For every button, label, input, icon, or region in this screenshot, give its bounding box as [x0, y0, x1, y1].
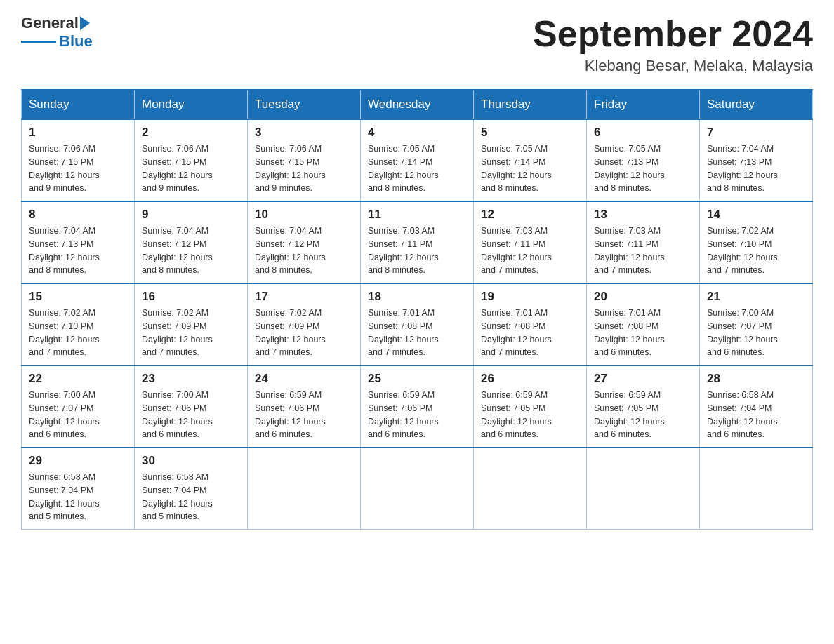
day-info: Sunrise: 6:58 AM Sunset: 7:04 PM Dayligh…	[142, 471, 240, 523]
calendar-cell-w5-d7	[700, 448, 813, 530]
calendar-cell-w2-d5: 12 Sunrise: 7:03 AM Sunset: 7:11 PM Dayl…	[474, 201, 587, 283]
day-number: 5	[481, 126, 579, 140]
calendar-week-5: 29 Sunrise: 6:58 AM Sunset: 7:04 PM Dayl…	[22, 448, 813, 530]
day-info: Sunrise: 7:02 AM Sunset: 7:09 PM Dayligh…	[255, 307, 353, 359]
calendar-week-2: 8 Sunrise: 7:04 AM Sunset: 7:13 PM Dayli…	[22, 201, 813, 283]
day-info: Sunrise: 7:00 AM Sunset: 7:07 PM Dayligh…	[29, 389, 127, 441]
calendar-week-1: 1 Sunrise: 7:06 AM Sunset: 7:15 PM Dayli…	[22, 119, 813, 201]
day-info: Sunrise: 7:03 AM Sunset: 7:11 PM Dayligh…	[594, 224, 692, 277]
calendar-cell-w3-d6: 20 Sunrise: 7:01 AM Sunset: 7:08 PM Dayl…	[587, 283, 700, 365]
month-title: September 2024	[533, 14, 813, 54]
logo-text-blue: Blue	[59, 32, 93, 51]
day-info: Sunrise: 7:05 AM Sunset: 7:13 PM Dayligh…	[594, 142, 692, 195]
calendar-cell-w5-d4	[361, 448, 474, 530]
day-info: Sunrise: 7:00 AM Sunset: 7:06 PM Dayligh…	[142, 389, 240, 441]
calendar-cell-w4-d5: 26 Sunrise: 6:59 AM Sunset: 7:05 PM Dayl…	[474, 365, 587, 448]
day-number: 8	[29, 208, 127, 222]
calendar-cell-w3-d2: 16 Sunrise: 7:02 AM Sunset: 7:09 PM Dayl…	[135, 283, 248, 365]
day-info: Sunrise: 7:04 AM Sunset: 7:13 PM Dayligh…	[707, 142, 805, 195]
header-monday: Monday	[135, 90, 248, 119]
day-number: 15	[29, 290, 127, 304]
logo: General Blue	[21, 14, 93, 51]
day-info: Sunrise: 6:59 AM Sunset: 7:06 PM Dayligh…	[255, 389, 353, 441]
calendar-cell-w3-d4: 18 Sunrise: 7:01 AM Sunset: 7:08 PM Dayl…	[361, 283, 474, 365]
day-number: 29	[29, 454, 127, 468]
calendar-cell-w3-d5: 19 Sunrise: 7:01 AM Sunset: 7:08 PM Dayl…	[474, 283, 587, 365]
day-number: 2	[142, 126, 240, 140]
day-number: 30	[142, 454, 240, 468]
calendar-cell-w2-d2: 9 Sunrise: 7:04 AM Sunset: 7:12 PM Dayli…	[135, 201, 248, 283]
calendar-cell-w2-d4: 11 Sunrise: 7:03 AM Sunset: 7:11 PM Dayl…	[361, 201, 474, 283]
header-thursday: Thursday	[474, 90, 587, 119]
day-number: 22	[29, 372, 127, 386]
day-info: Sunrise: 7:01 AM Sunset: 7:08 PM Dayligh…	[368, 307, 466, 359]
calendar-week-4: 22 Sunrise: 7:00 AM Sunset: 7:07 PM Dayl…	[22, 365, 813, 448]
day-number: 14	[707, 208, 805, 222]
day-number: 25	[368, 372, 466, 386]
calendar-cell-w5-d2: 30 Sunrise: 6:58 AM Sunset: 7:04 PM Dayl…	[135, 448, 248, 530]
day-number: 27	[594, 372, 692, 386]
day-info: Sunrise: 6:58 AM Sunset: 7:04 PM Dayligh…	[29, 471, 127, 523]
header-friday: Friday	[587, 90, 700, 119]
calendar-cell-w5-d1: 29 Sunrise: 6:58 AM Sunset: 7:04 PM Dayl…	[22, 448, 135, 530]
day-number: 12	[481, 208, 579, 222]
calendar-cell-w5-d5	[474, 448, 587, 530]
header-saturday: Saturday	[700, 90, 813, 119]
day-info: Sunrise: 7:06 AM Sunset: 7:15 PM Dayligh…	[142, 142, 240, 195]
day-info: Sunrise: 7:06 AM Sunset: 7:15 PM Dayligh…	[255, 142, 353, 195]
day-number: 26	[481, 372, 579, 386]
day-number: 4	[368, 126, 466, 140]
calendar-cell-w5-d6	[587, 448, 700, 530]
day-info: Sunrise: 7:02 AM Sunset: 7:10 PM Dayligh…	[707, 224, 805, 277]
day-number: 11	[368, 208, 466, 222]
logo-triangle-icon	[80, 16, 90, 30]
calendar-cell-w4-d1: 22 Sunrise: 7:00 AM Sunset: 7:07 PM Dayl…	[22, 365, 135, 448]
calendar-cell-w1-d6: 6 Sunrise: 7:05 AM Sunset: 7:13 PM Dayli…	[587, 119, 700, 201]
day-info: Sunrise: 7:06 AM Sunset: 7:15 PM Dayligh…	[29, 142, 127, 195]
day-info: Sunrise: 7:01 AM Sunset: 7:08 PM Dayligh…	[594, 307, 692, 359]
day-info: Sunrise: 7:02 AM Sunset: 7:10 PM Dayligh…	[29, 307, 127, 359]
day-info: Sunrise: 6:59 AM Sunset: 7:05 PM Dayligh…	[481, 389, 579, 441]
calendar-cell-w4-d6: 27 Sunrise: 6:59 AM Sunset: 7:05 PM Dayl…	[587, 365, 700, 448]
calendar-cell-w4-d3: 24 Sunrise: 6:59 AM Sunset: 7:06 PM Dayl…	[248, 365, 361, 448]
day-number: 16	[142, 290, 240, 304]
day-number: 28	[707, 372, 805, 386]
day-info: Sunrise: 7:01 AM Sunset: 7:08 PM Dayligh…	[481, 307, 579, 359]
day-info: Sunrise: 7:02 AM Sunset: 7:09 PM Dayligh…	[142, 307, 240, 359]
calendar-cell-w1-d2: 2 Sunrise: 7:06 AM Sunset: 7:15 PM Dayli…	[135, 119, 248, 201]
calendar-cell-w1-d1: 1 Sunrise: 7:06 AM Sunset: 7:15 PM Dayli…	[22, 119, 135, 201]
header-sunday: Sunday	[22, 90, 135, 119]
day-info: Sunrise: 7:00 AM Sunset: 7:07 PM Dayligh…	[707, 307, 805, 359]
calendar-cell-w2-d6: 13 Sunrise: 7:03 AM Sunset: 7:11 PM Dayl…	[587, 201, 700, 283]
logo-text-black: General	[21, 14, 79, 32]
location-title: Klebang Besar, Melaka, Malaysia	[533, 57, 813, 75]
calendar-cell-w5-d3	[248, 448, 361, 530]
day-number: 10	[255, 208, 353, 222]
day-number: 18	[368, 290, 466, 304]
day-number: 9	[142, 208, 240, 222]
calendar-cell-w1-d7: 7 Sunrise: 7:04 AM Sunset: 7:13 PM Dayli…	[700, 119, 813, 201]
calendar-week-3: 15 Sunrise: 7:02 AM Sunset: 7:10 PM Dayl…	[22, 283, 813, 365]
day-info: Sunrise: 7:04 AM Sunset: 7:12 PM Dayligh…	[142, 224, 240, 277]
header-wednesday: Wednesday	[361, 90, 474, 119]
day-number: 13	[594, 208, 692, 222]
calendar-cell-w3-d1: 15 Sunrise: 7:02 AM Sunset: 7:10 PM Dayl…	[22, 283, 135, 365]
calendar-cell-w1-d3: 3 Sunrise: 7:06 AM Sunset: 7:15 PM Dayli…	[248, 119, 361, 201]
day-number: 3	[255, 126, 353, 140]
day-number: 7	[707, 126, 805, 140]
calendar-table: Sunday Monday Tuesday Wednesday Thursday…	[21, 89, 813, 530]
day-info: Sunrise: 7:04 AM Sunset: 7:13 PM Dayligh…	[29, 224, 127, 277]
day-number: 6	[594, 126, 692, 140]
calendar-cell-w1-d5: 5 Sunrise: 7:05 AM Sunset: 7:14 PM Dayli…	[474, 119, 587, 201]
calendar-cell-w3-d7: 21 Sunrise: 7:00 AM Sunset: 7:07 PM Dayl…	[700, 283, 813, 365]
calendar-cell-w3-d3: 17 Sunrise: 7:02 AM Sunset: 7:09 PM Dayl…	[248, 283, 361, 365]
day-number: 20	[594, 290, 692, 304]
header-tuesday: Tuesday	[248, 90, 361, 119]
day-info: Sunrise: 6:58 AM Sunset: 7:04 PM Dayligh…	[707, 389, 805, 441]
title-block: September 2024 Klebang Besar, Melaka, Ma…	[533, 14, 813, 75]
calendar-cell-w4-d7: 28 Sunrise: 6:58 AM Sunset: 7:04 PM Dayl…	[700, 365, 813, 448]
day-number: 21	[707, 290, 805, 304]
calendar-cell-w2-d7: 14 Sunrise: 7:02 AM Sunset: 7:10 PM Dayl…	[700, 201, 813, 283]
day-number: 17	[255, 290, 353, 304]
day-number: 23	[142, 372, 240, 386]
